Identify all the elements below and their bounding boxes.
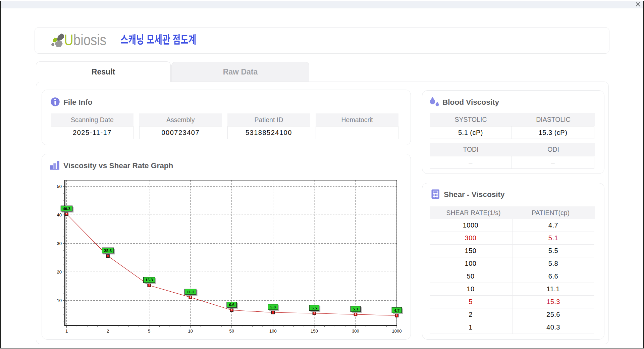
svg-text:40: 40 (57, 212, 62, 217)
svg-text:150: 150 (311, 329, 318, 334)
svg-text:11.1: 11.1 (187, 289, 194, 294)
svg-text:5: 5 (148, 329, 150, 334)
svg-text:25.6: 25.6 (104, 248, 112, 253)
svg-text:10: 10 (188, 329, 193, 334)
svg-text:1000: 1000 (392, 329, 402, 334)
svg-text:50: 50 (57, 184, 62, 189)
svg-text:5.5: 5.5 (312, 305, 317, 310)
svg-text:300: 300 (352, 329, 359, 334)
svg-text:6.6: 6.6 (229, 302, 235, 307)
svg-text:10: 10 (57, 298, 62, 303)
svg-text:40.3: 40.3 (63, 206, 70, 211)
svg-text:4.7: 4.7 (394, 308, 400, 313)
svg-text:100: 100 (269, 329, 277, 334)
svg-text:2: 2 (107, 329, 109, 334)
svg-text:20: 20 (57, 269, 62, 275)
svg-text:1: 1 (65, 329, 68, 334)
svg-text:15.3: 15.3 (145, 277, 153, 282)
svg-text:50: 50 (229, 329, 234, 334)
svg-text:5.8: 5.8 (270, 304, 276, 309)
svg-text:30: 30 (57, 241, 62, 246)
svg-text:5.1: 5.1 (353, 306, 358, 311)
